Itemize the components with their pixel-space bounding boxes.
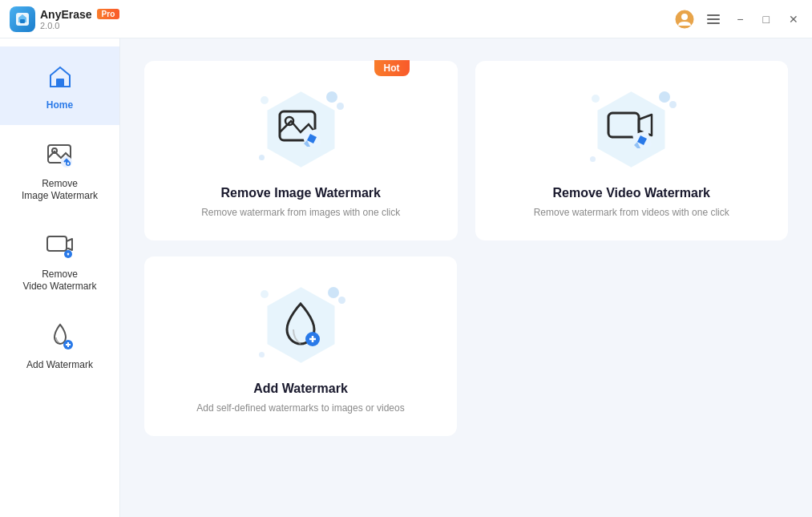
sidebar-item-remove-image[interactable]: RemoveImage Watermark — [0, 125, 119, 216]
svg-rect-20 — [608, 113, 639, 137]
svg-rect-1 — [20, 19, 25, 23]
user-icon[interactable] — [675, 10, 694, 29]
hot-badge: Hot — [374, 60, 410, 76]
sidebar: Home RemoveImage Watermark — [0, 38, 120, 517]
content-area: Hot — [120, 38, 812, 517]
bottom-cards-row: Add Watermark Add self-defined watermark… — [144, 256, 788, 436]
card-remove-image-desc: Remove watermark from images with one cl… — [201, 207, 400, 218]
title-bar: AnyErase Pro 2.0.0 − □ ✕ — [0, 0, 812, 38]
card-add-watermark-title: Add Watermark — [253, 382, 348, 396]
app-name-area: AnyErase Pro 2.0.0 — [40, 8, 119, 30]
card-remove-image-title: Remove Image Watermark — [221, 186, 382, 200]
card-remove-video-title: Remove Video Watermark — [552, 186, 710, 200]
sidebar-item-home[interactable]: Home — [0, 46, 119, 125]
sidebar-item-remove-image-label: RemoveImage Watermark — [22, 178, 98, 203]
close-button[interactable]: ✕ — [785, 11, 802, 27]
main-layout: Home RemoveImage Watermark — [0, 38, 812, 517]
svg-point-3 — [681, 14, 688, 20]
sidebar-item-remove-video-label: RemoveVideo Watermark — [22, 269, 96, 293]
card-add-watermark-icon-area — [252, 281, 349, 369]
maximize-button[interactable]: □ — [759, 11, 774, 27]
menu-icon[interactable] — [705, 11, 721, 27]
svg-rect-4 — [707, 14, 720, 16]
card-remove-video[interactable]: Remove Video Watermark Remove watermark … — [475, 61, 789, 240]
minimize-button[interactable]: − — [733, 11, 747, 27]
sidebar-item-add-watermark[interactable]: Add Watermark — [0, 306, 119, 385]
add-watermark-icon — [42, 319, 78, 354]
card-remove-video-desc: Remove watermark from videos with one cl… — [534, 207, 729, 218]
svg-rect-12 — [47, 236, 67, 251]
sidebar-item-add-watermark-label: Add Watermark — [26, 359, 93, 372]
top-cards-row: Hot — [144, 61, 788, 240]
remove-image-icon — [42, 138, 78, 173]
sidebar-item-remove-video[interactable]: RemoveVideo Watermark — [0, 216, 119, 306]
card-add-watermark-desc: Add self-defined watermarks to images or… — [196, 402, 404, 414]
app-logo — [10, 6, 35, 32]
card-remove-image-icon-area — [252, 85, 349, 173]
pro-badge: Pro — [97, 9, 120, 19]
remove-video-icon — [42, 228, 78, 264]
card-add-watermark[interactable]: Add Watermark Add self-defined watermark… — [144, 256, 457, 436]
card-remove-image[interactable]: Hot — [144, 61, 458, 240]
svg-rect-5 — [707, 18, 720, 20]
app-version: 2.0.0 — [40, 21, 119, 30]
sidebar-item-home-label: Home — [46, 99, 73, 112]
title-bar-actions: − □ ✕ — [675, 10, 802, 29]
card-remove-video-icon-area — [584, 85, 680, 173]
app-name: AnyErase — [40, 8, 92, 21]
svg-rect-7 — [56, 79, 64, 87]
svg-rect-6 — [707, 22, 720, 24]
home-icon — [42, 59, 78, 95]
